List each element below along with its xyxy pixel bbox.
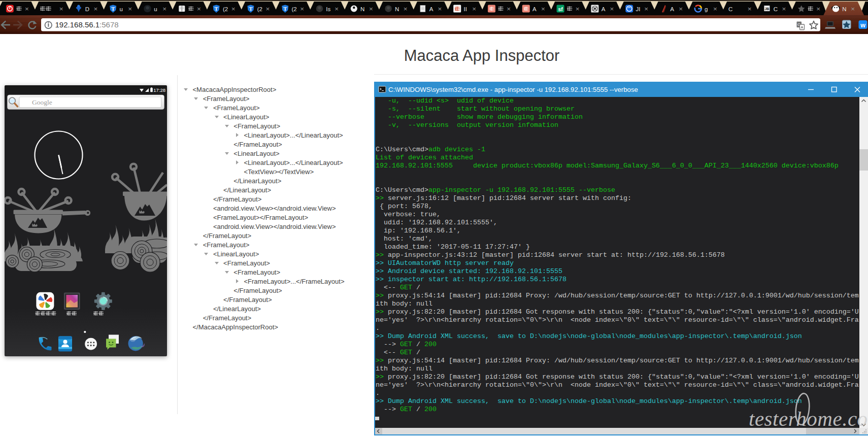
- svg-text:w: w: [860, 22, 865, 29]
- svg-text:N: N: [360, 6, 364, 12]
- svg-text:×: ×: [59, 5, 63, 13]
- svg-text:T: T: [249, 6, 252, 12]
- svg-text:×: ×: [816, 5, 820, 13]
- svg-text:×: ×: [231, 5, 236, 13]
- svg-text:×: ×: [472, 5, 476, 13]
- svg-text:T: T: [283, 6, 287, 12]
- svg-text:×: ×: [300, 5, 304, 13]
- svg-text:×: ×: [369, 5, 373, 13]
- svg-text:×: ×: [507, 5, 511, 13]
- svg-text:(2: (2: [257, 6, 262, 12]
- svg-text:×: ×: [851, 5, 855, 13]
- svg-text:×: ×: [541, 5, 545, 13]
- svg-text:C: C: [774, 6, 778, 12]
- svg-text:u: u: [154, 6, 157, 12]
- svg-text:A: A: [429, 6, 433, 12]
- svg-text:II: II: [464, 6, 467, 12]
- svg-text:D: D: [85, 6, 89, 12]
- svg-text:×: ×: [335, 5, 339, 13]
- svg-text:sf: sf: [558, 6, 563, 12]
- svg-text:C: C: [728, 6, 732, 12]
- svg-text:A: A: [602, 6, 606, 12]
- svg-text:×: ×: [162, 5, 166, 13]
- svg-text:×: ×: [713, 5, 717, 13]
- svg-text:N: N: [395, 6, 399, 12]
- svg-text:T: T: [111, 6, 115, 12]
- svg-text:×: ×: [748, 5, 752, 13]
- svg-text:×: ×: [438, 5, 442, 13]
- svg-text:T: T: [215, 6, 218, 12]
- svg-text:C:\WINDOWS\system32\cmd.exe -: C:\WINDOWS\system32\cmd.exe - app-inspec…: [388, 86, 638, 93]
- svg-text:×: ×: [404, 5, 408, 13]
- svg-text:×: ×: [644, 5, 648, 13]
- svg-text:u: u: [120, 6, 123, 12]
- svg-text:×: ×: [782, 5, 786, 13]
- svg-text:A: A: [670, 6, 674, 12]
- svg-text:Is: Is: [326, 6, 330, 12]
- svg-text:testerhome.com: testerhome.com: [749, 407, 868, 430]
- svg-text:×: ×: [25, 5, 29, 13]
- svg-text:×: ×: [128, 5, 132, 13]
- svg-text:×: ×: [197, 5, 201, 13]
- svg-text:(2: (2: [292, 6, 297, 12]
- svg-text:192.168.56.1:5678: 192.168.56.1:5678: [55, 20, 119, 29]
- svg-text:Google: Google: [32, 98, 52, 106]
- svg-text:g: g: [705, 6, 708, 12]
- svg-text:×: ×: [610, 5, 614, 13]
- svg-text:17:28: 17:28: [153, 87, 165, 93]
- svg-text:JI: JI: [636, 6, 641, 12]
- svg-text:N: N: [842, 6, 846, 12]
- svg-text:×: ×: [266, 5, 270, 13]
- svg-text:A: A: [532, 6, 537, 12]
- svg-text:×: ×: [94, 5, 98, 13]
- svg-text:×: ×: [679, 5, 683, 13]
- svg-text:×: ×: [576, 5, 580, 13]
- svg-text:(2: (2: [223, 6, 228, 12]
- svg-text:JB: JB: [764, 7, 769, 11]
